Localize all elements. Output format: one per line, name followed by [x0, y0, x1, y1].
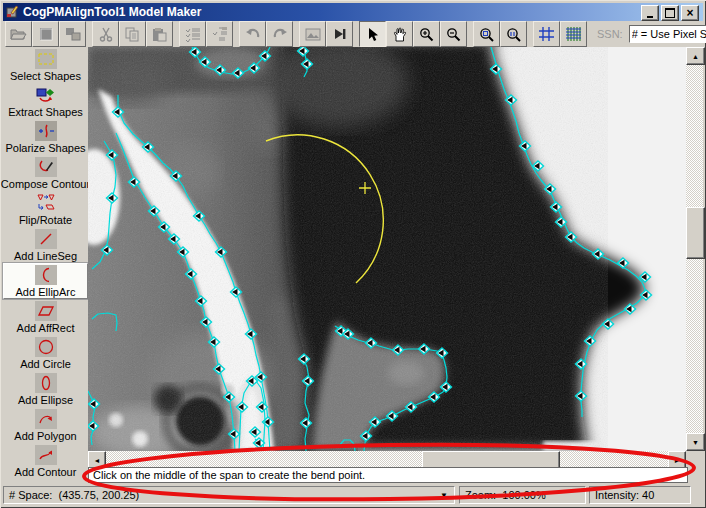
zoom-actual-button[interactable]: [500, 21, 527, 47]
add-affrect-icon: [35, 301, 57, 321]
pan-tool-button[interactable]: [386, 21, 413, 47]
close-button[interactable]: ×: [681, 5, 699, 21]
intensity-readout-panel: Intensity: 40: [589, 486, 691, 504]
sidebar-item-add-elliparc[interactable]: Add EllipArc: [3, 263, 88, 299]
sidebar-item-add-circle[interactable]: Add Circle: [3, 335, 88, 371]
stop-icon: [39, 27, 53, 41]
vertical-scrollbar[interactable]: ▲ ▼: [686, 47, 703, 451]
hint-text: Click on the middle of the span to creat…: [93, 469, 365, 481]
scroll-down-button[interactable]: ▼: [686, 433, 705, 451]
checklist-small-icon: [212, 27, 228, 42]
scroll-left-icon: ◄: [94, 457, 101, 464]
image-canvas[interactable]: [88, 47, 686, 451]
sidebar-item-compose-contour[interactable]: Compose Contour: [3, 155, 88, 191]
duplicate-icon: [65, 27, 81, 41]
tool-sidebar: Select Shapes Extract Shapes Polarize Sh…: [3, 47, 88, 484]
app-icon: [6, 5, 20, 19]
checklist-icon: [185, 27, 201, 42]
copy-button[interactable]: [119, 21, 146, 47]
pointer-icon: [366, 27, 379, 42]
extract-shapes-icon: [35, 85, 57, 105]
grid-dense-button[interactable]: [560, 21, 587, 47]
undo-button[interactable]: [239, 21, 266, 47]
scroll-down-icon: ▼: [692, 439, 699, 446]
ssn-input[interactable]: [629, 25, 706, 43]
sidebar-item-add-lineseg[interactable]: Add LineSeg: [3, 227, 88, 263]
sidebar-item-extract-shapes[interactable]: Extract Shapes: [3, 83, 88, 119]
toolbar: SSN:: [3, 21, 703, 47]
paste-icon: [152, 27, 167, 42]
app-window: { "window": {"title": "CogPMAlignTool1 M…: [0, 0, 706, 508]
vscroll-thumb[interactable]: [686, 207, 705, 259]
cut-button[interactable]: [92, 21, 119, 47]
sidebar-item-add-polygon[interactable]: Add Polygon: [3, 407, 88, 443]
minimize-button[interactable]: [641, 5, 659, 21]
ssn-label: SSN:: [597, 28, 623, 40]
undo-icon: [245, 28, 261, 41]
sidebar-item-add-affrect[interactable]: Add AffRect: [3, 299, 88, 335]
stop-button[interactable]: [32, 21, 59, 47]
add-elliparc-icon: [35, 265, 57, 285]
hint-bar: Click on the middle of the span to creat…: [88, 467, 688, 483]
minimize-icon: [647, 16, 653, 18]
paste-button[interactable]: [146, 21, 173, 47]
add-circle-icon: [35, 337, 57, 357]
space-readout-panel[interactable]: # Space: (435.75, 200.25) ▼: [3, 486, 455, 504]
zoom-window-icon: [479, 27, 494, 42]
image-icon: [305, 28, 321, 41]
scroll-up-button[interactable]: ▲: [686, 47, 705, 65]
status-bar: # Space: (435.75, 200.25) ▼ Zoom: 100.00…: [3, 485, 703, 505]
space-dropdown-icon[interactable]: ▼: [440, 491, 448, 500]
scroll-right-icon: ►: [674, 457, 681, 464]
grid-icon: [538, 26, 555, 42]
close-icon: ×: [686, 8, 693, 18]
redo-button[interactable]: [266, 21, 293, 47]
maximize-button[interactable]: [661, 5, 679, 21]
add-ellipse-icon: [35, 373, 57, 393]
sidebar-item-add-contour[interactable]: Add Contour: [3, 443, 88, 479]
zoom-actual-icon: [506, 27, 521, 42]
polarize-shapes-icon: [35, 121, 57, 141]
pan-hand-icon: [393, 27, 407, 42]
scroll-up-icon: ▲: [692, 53, 699, 60]
add-contour-icon: [35, 445, 57, 465]
open-button[interactable]: [5, 21, 32, 47]
maximize-icon: [665, 8, 675, 18]
duplicate-button[interactable]: [59, 21, 86, 47]
intensity-readout: Intensity: 40: [595, 489, 654, 501]
sidebar-item-add-ellipse[interactable]: Add Ellipse: [3, 371, 88, 407]
checklist-button[interactable]: [179, 21, 206, 47]
window-title: CogPMAlignTool1 Model Maker: [23, 5, 201, 19]
flip-rotate-icon: [35, 193, 57, 213]
image-button[interactable]: [299, 21, 326, 47]
zoom-window-button[interactable]: [473, 21, 500, 47]
zoom-out-button[interactable]: [440, 21, 467, 47]
add-polygon-icon: [35, 409, 57, 429]
grid-button[interactable]: [533, 21, 560, 47]
run-to-end-icon: [333, 28, 347, 40]
zoom-readout: Zoom: 100.00%: [465, 489, 546, 501]
checklist-small-button[interactable]: [206, 21, 233, 47]
add-lineseg-icon: [35, 229, 57, 249]
sidebar-item-flip-rotate[interactable]: Flip/Rotate: [3, 191, 88, 227]
copy-icon: [125, 27, 140, 42]
horizontal-scrollbar[interactable]: ◄ ►: [88, 451, 686, 467]
grid-dense-icon: [565, 26, 582, 42]
title-bar[interactable]: CogPMAlignTool1 Model Maker ×: [3, 3, 703, 21]
sidebar-item-select-shapes[interactable]: Select Shapes: [3, 47, 88, 83]
open-icon: [10, 27, 27, 41]
select-shapes-icon: [35, 49, 57, 69]
cut-icon: [99, 27, 113, 42]
redo-icon: [272, 28, 288, 41]
space-readout: # Space: (435.75, 200.25): [9, 489, 139, 501]
zoom-out-icon: [446, 27, 461, 42]
compose-contour-icon: [35, 157, 57, 177]
zoom-in-button[interactable]: [413, 21, 440, 47]
run-to-end-button[interactable]: [326, 21, 353, 47]
hscroll-track[interactable]: [88, 451, 686, 467]
pointer-tool-button[interactable]: [359, 21, 386, 47]
sidebar-item-polarize-shapes[interactable]: Polarize Shapes: [3, 119, 88, 155]
zoom-in-icon: [419, 27, 434, 42]
zoom-readout-panel: Zoom: 100.00%: [459, 486, 586, 504]
